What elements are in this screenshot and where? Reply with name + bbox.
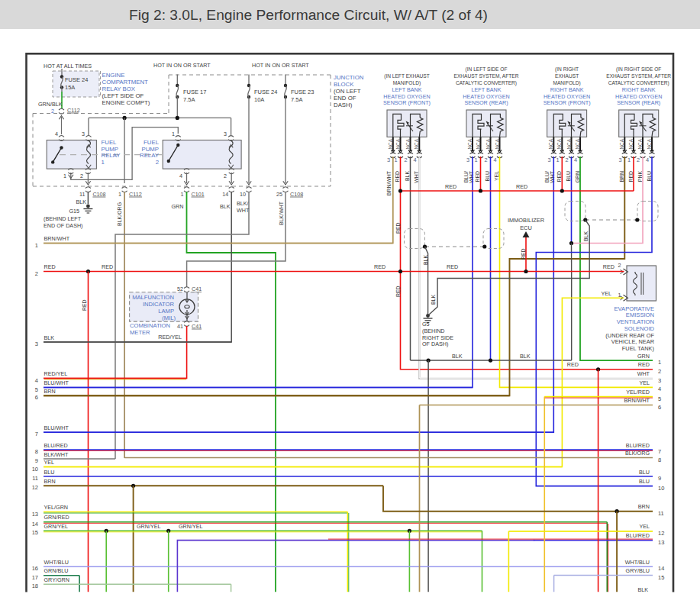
svg-text:C112: C112 <box>129 191 142 198</box>
svg-text:BRN: BRN <box>44 478 56 485</box>
svg-text:17: 17 <box>32 574 38 581</box>
svg-text:7: 7 <box>658 448 661 455</box>
svg-text:RED: RED <box>475 171 480 182</box>
svg-text:18: 18 <box>32 583 38 589</box>
svg-text:BLU/RED: BLU/RED <box>626 442 650 449</box>
svg-text:NCA: NCA <box>485 138 491 149</box>
svg-text:6: 6 <box>35 394 38 401</box>
svg-text:WHT/BLU: WHT/BLU <box>44 559 69 566</box>
svg-text:NCA: NCA <box>414 138 419 149</box>
svg-text:52: 52 <box>177 286 183 292</box>
svg-text:1: 1 <box>556 157 559 163</box>
svg-text:BLU: BLU <box>639 478 650 485</box>
svg-text:SENSOR (FRONT): SENSOR (FRONT) <box>544 99 591 106</box>
svg-text:END OF: END OF <box>334 95 356 102</box>
svg-text:2: 2 <box>405 157 408 163</box>
svg-text:GRN: GRN <box>637 353 650 360</box>
svg-text:BLK/ORG: BLK/ORG <box>117 202 122 226</box>
svg-text:3: 3 <box>658 377 661 384</box>
svg-text:BLK/WHT: BLK/WHT <box>279 201 284 225</box>
svg-text:2: 2 <box>80 173 83 179</box>
svg-text:4: 4 <box>413 157 416 163</box>
svg-text:COMPARTMENT: COMPARTMENT <box>102 79 149 86</box>
svg-text:2: 2 <box>35 270 38 277</box>
svg-text:1: 1 <box>658 359 661 366</box>
svg-text:NCA: NCA <box>628 138 634 149</box>
svg-text:RED: RED <box>603 263 615 270</box>
svg-text:7.5A: 7.5A <box>183 96 195 103</box>
svg-text:BLU/: BLU/ <box>544 171 550 182</box>
svg-text:MALFUNCTION: MALFUNCTION <box>132 294 174 301</box>
svg-text:(IN RIGHT: (IN RIGHT <box>555 66 579 73</box>
svg-text:C112: C112 <box>67 107 80 114</box>
svg-text:VENTILATION: VENTILATION <box>617 318 654 325</box>
svg-text:3: 3 <box>224 131 227 137</box>
svg-text:FUSE 24: FUSE 24 <box>65 76 88 83</box>
svg-text:WHT/BLU: WHT/BLU <box>625 559 650 566</box>
svg-text:RELAY BOX: RELAY BOX <box>102 86 136 92</box>
svg-text:WHT: WHT <box>414 170 419 182</box>
svg-text:YEL/RED: YEL/RED <box>626 389 650 395</box>
svg-text:25: 25 <box>276 191 282 198</box>
svg-text:13: 13 <box>32 511 38 518</box>
svg-text:EXHAUST SYSTEM, AFTER: EXHAUST SYSTEM, AFTER <box>454 73 519 79</box>
svg-text:GRN/YEL: GRN/YEL <box>179 523 203 530</box>
svg-text:HOT IN ON OR START: HOT IN ON OR START <box>153 62 211 69</box>
svg-text:RED: RED <box>44 263 56 270</box>
svg-text:1: 1 <box>395 157 398 163</box>
svg-text:4: 4 <box>658 386 661 392</box>
svg-text:EVAPORATIVE: EVAPORATIVE <box>615 305 654 312</box>
svg-text:BLU/RED: BLU/RED <box>44 442 68 449</box>
svg-text:BLK: BLK <box>76 198 86 205</box>
svg-text:BRN: BRN <box>619 171 624 182</box>
svg-text:END OF DASH): END OF DASH) <box>44 222 83 229</box>
svg-text:GRN: GRN <box>172 203 184 210</box>
svg-text:G15: G15 <box>69 208 79 215</box>
svg-text:FUSE 24: FUSE 24 <box>254 89 277 95</box>
svg-text:(ON LEFT: (ON LEFT <box>334 88 361 95</box>
svg-text:NCA: NCA <box>548 138 553 149</box>
svg-text:14: 14 <box>32 521 38 528</box>
svg-text:(UNDER REAR OF: (UNDER REAR OF <box>605 332 654 339</box>
svg-text:NCA: NCA <box>395 138 401 149</box>
svg-text:15: 15 <box>32 529 38 536</box>
svg-text:GRN/BLU: GRN/BLU <box>44 567 69 574</box>
svg-text:CATALYTIC CONVERTER): CATALYTIC CONVERTER) <box>608 80 669 86</box>
svg-text:JUNCTION: JUNCTION <box>334 74 363 81</box>
svg-text:G5: G5 <box>422 321 430 328</box>
svg-text:4: 4 <box>55 131 58 137</box>
svg-text:GRY/GRN: GRY/GRN <box>44 576 69 583</box>
svg-text:FUSE 23: FUSE 23 <box>291 89 314 95</box>
svg-text:RED: RED <box>567 361 579 368</box>
svg-text:BLU: BLU <box>639 469 650 476</box>
svg-text:4: 4 <box>494 157 497 163</box>
svg-text:RED: RED <box>445 183 456 190</box>
svg-text:GRN: GRN <box>575 171 580 182</box>
svg-text:RED: RED <box>395 222 401 234</box>
svg-text:14: 14 <box>658 565 664 572</box>
svg-text:EXHAUST: EXHAUST <box>555 73 579 79</box>
svg-text:BLU/WHT: BLU/WHT <box>44 424 69 431</box>
svg-text:1: 1 <box>618 292 621 299</box>
svg-text:7: 7 <box>35 431 38 437</box>
svg-text:BLOCK: BLOCK <box>334 81 354 88</box>
svg-text:1: 1 <box>475 157 478 163</box>
svg-text:BLU: BLU <box>485 171 490 181</box>
svg-text:HOT IN ON OR START: HOT IN ON OR START <box>252 62 309 69</box>
svg-text:BLK: BLK <box>405 171 410 181</box>
svg-text:11: 11 <box>79 191 85 198</box>
svg-text:(IN LEFT EXHAUST: (IN LEFT EXHAUST <box>384 73 430 79</box>
svg-text:RED: RED <box>82 299 87 311</box>
svg-text:10: 10 <box>240 191 246 198</box>
svg-text:EMISSION: EMISSION <box>626 311 654 318</box>
svg-text:BLU: BLU <box>647 171 652 181</box>
svg-text:(IN RIGHT SIDE OF: (IN RIGHT SIDE OF <box>616 66 661 73</box>
svg-text:NCA: NCA <box>495 138 500 149</box>
svg-text:ENGINE COMPT): ENGINE COMPT) <box>102 99 150 106</box>
svg-text:4: 4 <box>574 157 577 163</box>
svg-text:BRN/WHT: BRN/WHT <box>624 397 650 404</box>
svg-text:BLK: BLK <box>520 353 531 360</box>
svg-text:C41: C41 <box>192 323 202 330</box>
svg-text:1: 1 <box>63 173 66 179</box>
svg-text:GRN/RED: GRN/RED <box>44 514 69 521</box>
